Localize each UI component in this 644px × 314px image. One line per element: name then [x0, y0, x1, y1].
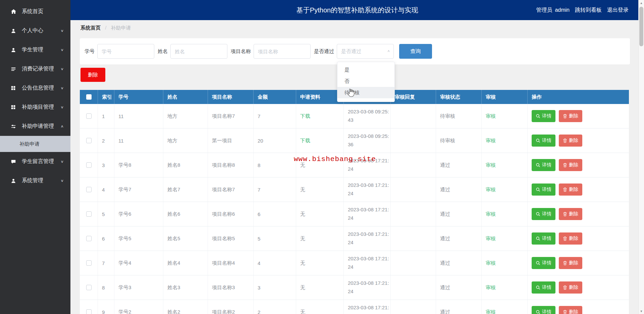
dropdown-option[interactable]: 是 [337, 64, 394, 75]
cell-material: 下载 [296, 128, 344, 153]
mouse-cursor [347, 88, 355, 99]
detail-button[interactable]: 详情 [532, 159, 555, 171]
user-icon [11, 47, 17, 53]
row-delete-button[interactable]: 删除 [559, 184, 582, 196]
navbar-user-area: 管理员 admin 跳转到看板 退出登录 [533, 0, 629, 20]
detail-button[interactable]: 详情 [532, 257, 555, 269]
row-checkbox[interactable] [86, 138, 92, 143]
row-checkbox[interactable] [86, 162, 92, 168]
audit-link[interactable]: 审核 [486, 284, 496, 291]
row-delete-button[interactable]: 删除 [559, 110, 582, 122]
row-delete-button[interactable]: 删除 [559, 135, 582, 147]
table-row: 8 学号3 姓名3 项目名称3 3 无 2023-03-08 17:21:24 … [80, 275, 629, 300]
cell-index: 3 [98, 153, 114, 177]
cell-amount: 7 [254, 104, 296, 128]
row-checkbox[interactable] [86, 260, 92, 266]
scroll-down-arrow[interactable]: ▼ [639, 308, 644, 314]
chevron-down-icon: ∨ [60, 67, 64, 71]
cell-audit: 审核 [482, 202, 528, 226]
row-checkbox-cell [80, 104, 98, 128]
download-link[interactable]: 下载 [300, 138, 310, 144]
delete-button-label: 删除 [569, 211, 578, 217]
cell-index: 2 [98, 128, 114, 153]
sidebar-item[interactable]: 系统首页 [0, 2, 70, 21]
sidebar-item[interactable]: 学生管理 ∨ [0, 40, 70, 59]
pass-status-select[interactable]: 是否通过 ∧ 是否待审核 [337, 44, 394, 59]
dropdown-option[interactable]: 待审核 [337, 87, 394, 98]
sidebar-item[interactable]: 学生留言管理 ∨ [0, 152, 70, 171]
sidebar-item[interactable]: 系统管理 ∨ [0, 171, 70, 190]
detail-button[interactable]: 详情 [532, 232, 555, 245]
dropdown-option[interactable]: 否 [337, 75, 394, 87]
select-all-checkbox[interactable] [86, 94, 92, 100]
column-header: 审核 [482, 90, 528, 104]
table-row: 9 学号2 姓名2 项目名称2 2 无 2023-03-08 17:21:24 … [80, 300, 629, 314]
cell-operations: 详情 删除 [528, 177, 629, 202]
search-button[interactable]: 查询 [399, 44, 432, 59]
row-delete-button[interactable]: 删除 [559, 257, 582, 269]
detail-button[interactable]: 详情 [532, 306, 555, 314]
audit-link[interactable]: 审核 [486, 260, 496, 266]
detail-button[interactable]: 详情 [532, 281, 555, 294]
detail-button[interactable]: 详情 [532, 135, 555, 147]
logout-link[interactable]: 退出登录 [607, 7, 629, 14]
trash-icon [563, 187, 567, 192]
column-header: 金额 [254, 90, 296, 104]
detail-button[interactable]: 详情 [532, 184, 555, 196]
dashboard-link[interactable]: 跳转到看板 [575, 7, 602, 14]
list-icon [11, 66, 17, 72]
audit-link[interactable]: 审核 [486, 211, 496, 217]
cell-review-reply [391, 153, 436, 177]
cell-project: 项目名称7 [208, 177, 254, 202]
breadcrumb-home[interactable]: 系统首页 [80, 25, 101, 31]
row-delete-button[interactable]: 删除 [559, 208, 582, 220]
scrollbar-thumb[interactable] [639, 7, 643, 46]
row-delete-button[interactable]: 删除 [559, 159, 582, 171]
scroll-up-arrow[interactable]: ▲ [639, 0, 644, 6]
row-checkbox[interactable] [86, 211, 92, 217]
audit-link[interactable]: 审核 [486, 187, 496, 193]
sidebar-item[interactable]: 个人中心 ∨ [0, 21, 70, 40]
row-delete-button[interactable]: 删除 [559, 306, 582, 314]
app-window: 系统首页 个人中心 ∨ 学生管理 ∨ 消费记录管理 ∨ 公告信息管理 ∨ 补助 [0, 0, 644, 314]
row-checkbox-cell [80, 128, 98, 153]
column-header: 申请资料 [296, 90, 344, 104]
row-checkbox[interactable] [86, 309, 92, 314]
cell-project: 第一项目 [208, 128, 254, 153]
sidebar-item[interactable]: 补助申请 [0, 136, 70, 152]
sidebar-item[interactable]: 补助项目管理 ∨ [0, 98, 70, 117]
cell-review-status: 待审核 [436, 104, 482, 128]
cell-name: 地方 [163, 128, 208, 153]
chevron-up-icon: ∧ [387, 49, 390, 53]
audit-link[interactable]: 审核 [486, 138, 496, 144]
student-no-input[interactable] [97, 44, 154, 59]
audit-link[interactable]: 审核 [486, 162, 496, 168]
table-row: 4 学号7 姓名7 项目名称7 7 无 2023-03-08 17:21:24 … [80, 177, 629, 202]
download-link[interactable]: 下载 [300, 113, 310, 119]
scrollbar[interactable]: ▲ ▼ [638, 0, 644, 314]
audit-link[interactable]: 审核 [486, 309, 496, 314]
download-link: 无 [300, 309, 305, 314]
sidebar-item[interactable]: 消费记录管理 ∨ [0, 59, 70, 78]
cell-review-reply [391, 275, 436, 300]
row-checkbox[interactable] [86, 285, 92, 290]
magnifier-icon [536, 261, 540, 265]
bulk-delete-button[interactable]: 删除 [80, 68, 105, 82]
name-input[interactable] [170, 44, 227, 59]
detail-button[interactable]: 详情 [532, 208, 555, 220]
row-checkbox[interactable] [86, 113, 92, 119]
column-header: 审核回复 [391, 90, 436, 104]
audit-link[interactable]: 审核 [486, 235, 496, 242]
row-delete-button[interactable]: 删除 [559, 281, 582, 294]
cell-material: 无 [296, 226, 344, 251]
row-checkbox[interactable] [86, 236, 92, 241]
row-checkbox[interactable] [86, 187, 92, 192]
sidebar-item[interactable]: 补助申请管理 ∧ [0, 117, 70, 136]
row-delete-button[interactable]: 删除 [559, 232, 582, 245]
cell-student-no: 学号8 [114, 153, 163, 177]
delete-button-label: 删除 [569, 162, 578, 168]
audit-link[interactable]: 审核 [486, 113, 496, 119]
detail-button[interactable]: 详情 [532, 110, 555, 122]
sidebar-item[interactable]: 公告信息管理 ∨ [0, 78, 70, 98]
project-name-input[interactable] [254, 44, 311, 59]
